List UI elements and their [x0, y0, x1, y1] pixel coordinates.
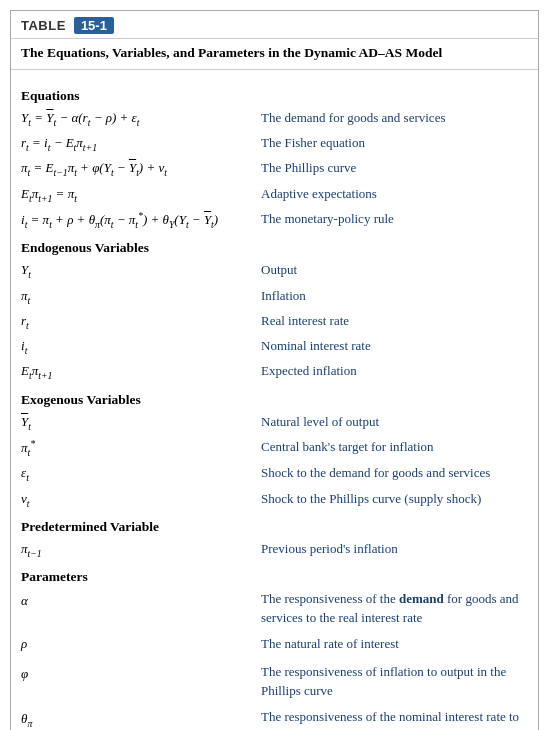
equation-4-left: Etπt+1 = πt	[21, 184, 261, 206]
table-row: πt Inflation	[21, 286, 528, 308]
endo-5-right: Expected inflation	[261, 361, 528, 381]
table-header: TABLE 15-1	[11, 11, 538, 39]
equation-4-right: Adaptive expectations	[261, 184, 528, 204]
table-number: 15-1	[74, 17, 114, 34]
table-row: Etπt+1 = πt Adaptive expectations	[21, 184, 528, 206]
table-row: ρ The natural rate of interest	[21, 634, 528, 656]
table-row: it = πt + ρ + θπ(πt − πt*) + θY(Yt − Yt)…	[21, 209, 528, 233]
table-row: Etπt+1 Expected inflation	[21, 361, 528, 383]
table-row: rt = it − Etπt+1 The Fisher equation	[21, 133, 528, 155]
section-equations-header: Equations	[21, 88, 528, 104]
endo-4-right: Nominal interest rate	[261, 336, 528, 356]
table-row: it Nominal interest rate	[21, 336, 528, 358]
param-2-right: The natural rate of interest	[261, 634, 528, 654]
table-label: TABLE	[21, 18, 66, 33]
section-endogenous-header: Endogenous Variables	[21, 240, 528, 256]
param-4-right: The responsiveness of the nominal intere…	[261, 707, 528, 730]
endo-3-right: Real interest rate	[261, 311, 528, 331]
table-title: The Equations, Variables, and Parameters…	[11, 39, 538, 70]
table-row: πt−1 Previous period's inflation	[21, 539, 528, 561]
exo-4-right: Shock to the Phillips curve (supply shoc…	[261, 489, 528, 509]
param-3-left: φ	[21, 662, 261, 684]
endo-2-right: Inflation	[261, 286, 528, 306]
param-4-left: θπ	[21, 707, 261, 730]
table-row: Yt Natural level of output	[21, 412, 528, 434]
pre-1-left: πt−1	[21, 539, 261, 561]
table-row: α The responsiveness of the demand for g…	[21, 589, 528, 628]
exo-3-right: Shock to the demand for goods and servic…	[261, 463, 528, 483]
table-row: πt* Central bank's target for inflation	[21, 437, 528, 461]
pre-1-right: Previous period's inflation	[261, 539, 528, 559]
table-content: Equations Yt = Yt − α(rt − ρ) + εt The d…	[11, 70, 538, 730]
param-1-left: α	[21, 589, 261, 611]
table-row: φ The responsiveness of inflation to out…	[21, 662, 528, 701]
equation-2-right: The Fisher equation	[261, 133, 528, 153]
param-1-right: The responsiveness of the demand for goo…	[261, 589, 528, 628]
endo-1-right: Output	[261, 260, 528, 280]
equation-1-right: The demand for goods and services	[261, 108, 528, 128]
endo-3-left: rt	[21, 311, 261, 333]
equation-3-right: The Phillips curve	[261, 158, 528, 178]
equation-5-right: The monetary-policy rule	[261, 209, 528, 229]
table-row: θπ The responsiveness of the nominal int…	[21, 707, 528, 730]
exo-1-left: Yt	[21, 412, 261, 434]
endo-5-left: Etπt+1	[21, 361, 261, 383]
table-row: πt = Et−1πt + φ(Yt − Yt) + νt The Philli…	[21, 158, 528, 180]
exo-3-left: εt	[21, 463, 261, 485]
param-3-right: The responsiveness of inflation to outpu…	[261, 662, 528, 701]
endo-2-left: πt	[21, 286, 261, 308]
equation-2-left: rt = it − Etπt+1	[21, 133, 261, 155]
exo-1-right: Natural level of output	[261, 412, 528, 432]
table-row: rt Real interest rate	[21, 311, 528, 333]
table-row: εt Shock to the demand for goods and ser…	[21, 463, 528, 485]
equation-1-left: Yt = Yt − α(rt − ρ) + εt	[21, 108, 261, 130]
section-exogenous-header: Exogenous Variables	[21, 392, 528, 408]
exo-2-right: Central bank's target for inflation	[261, 437, 528, 457]
exo-2-left: πt*	[21, 437, 261, 461]
param-2-left: ρ	[21, 634, 261, 654]
exo-4-left: νt	[21, 489, 261, 511]
table-container: TABLE 15-1 The Equations, Variables, and…	[10, 10, 539, 730]
equation-5-left: it = πt + ρ + θπ(πt − πt*) + θY(Yt − Yt)	[21, 209, 261, 233]
table-row: νt Shock to the Phillips curve (supply s…	[21, 489, 528, 511]
section-parameters-header: Parameters	[21, 569, 528, 585]
endo-4-left: it	[21, 336, 261, 358]
table-row: Yt = Yt − α(rt − ρ) + εt The demand for …	[21, 108, 528, 130]
table-row: Yt Output	[21, 260, 528, 282]
section-predetermined-header: Predetermined Variable	[21, 519, 528, 535]
endo-1-left: Yt	[21, 260, 261, 282]
equation-3-left: πt = Et−1πt + φ(Yt − Yt) + νt	[21, 158, 261, 180]
